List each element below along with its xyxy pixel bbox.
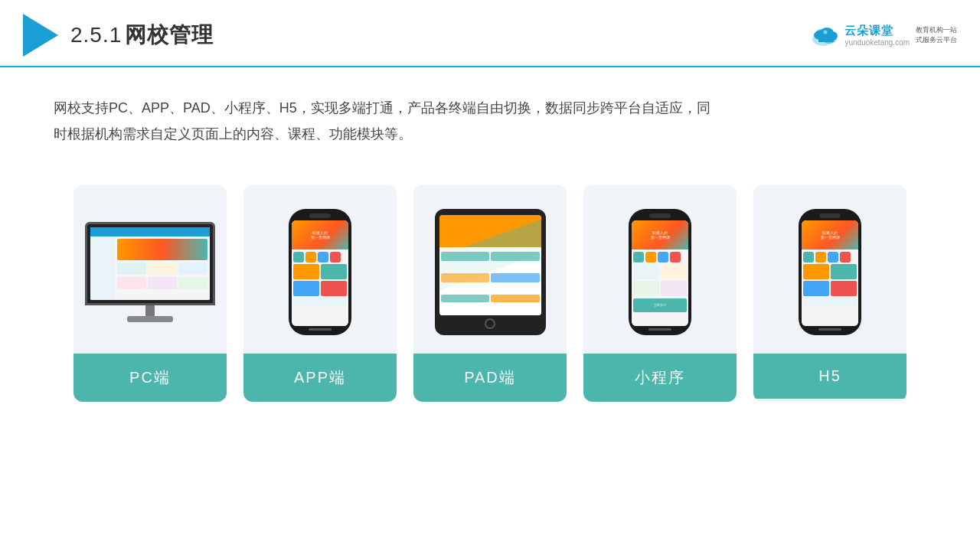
pc-card-5	[148, 277, 177, 289]
logo-url: yunduoketang.com	[844, 38, 910, 47]
phone-courses-mini	[633, 264, 687, 296]
play-icon	[23, 14, 58, 57]
tablet-cell-1	[441, 252, 490, 261]
cloud-icon	[809, 24, 841, 47]
mini-course-1	[633, 264, 659, 279]
phone-mini-mockup: 职通人的第一堂网课	[629, 209, 691, 335]
description-text: 网校支持PC、APP、PAD、小程序、H5，实现多端打通，产品各终端自由切换，数…	[0, 67, 766, 162]
pc-sidebar	[90, 236, 115, 300]
pc-card-1	[117, 262, 146, 275]
phone-notch-h5	[819, 214, 841, 218]
logo-tagline: 教育机构一站式服务云平台	[916, 25, 957, 44]
phone-screen-mini: 职通人的第一堂网课	[632, 220, 688, 326]
phone-visual-h5: 职通人的第一堂网课	[802, 220, 858, 326]
pc-card-4	[117, 277, 146, 289]
card-miniprogram-image: 职通人的第一堂网课	[583, 185, 737, 354]
phone-home-bar-h5	[818, 328, 841, 331]
card-pad: PAD端	[413, 185, 567, 402]
pc-card-3	[178, 262, 207, 275]
phone-courses-app	[293, 264, 347, 296]
tablet-cell-6	[491, 295, 540, 302]
phone-notch-app	[309, 214, 331, 218]
phone-icon-2	[305, 252, 316, 262]
mini-icon-2	[645, 252, 656, 262]
card-app-image: 职通人的第一堂网课	[243, 185, 397, 354]
tablet-cell-4	[491, 273, 540, 282]
mini-cta: 立即学习	[633, 298, 687, 312]
monitor-base	[127, 316, 173, 322]
page-title: 2.5.1网校管理	[70, 21, 214, 50]
h5-icon-4	[840, 252, 851, 262]
h5-course-4	[831, 281, 857, 296]
tablet-outer	[435, 209, 546, 335]
tablet-screen	[439, 215, 541, 315]
course-4	[321, 281, 347, 296]
phone-home-bar-mini	[648, 328, 671, 331]
phone-home-bar-app	[309, 328, 332, 331]
phone-header-text-app: 职通人的第一堂网课	[311, 230, 330, 240]
phone-outer-app: 职通人的第一堂网课	[289, 209, 351, 335]
svg-rect-6	[818, 36, 834, 42]
tablet-cell-2	[491, 252, 540, 261]
phone-body-mini: 立即学习	[632, 249, 688, 315]
course-2	[321, 264, 347, 279]
h5-icon-2	[815, 252, 826, 262]
phone-icons-h5	[803, 252, 857, 262]
section-title-text: 网校管理	[125, 23, 214, 47]
mini-course-3	[633, 281, 659, 296]
description-paragraph: 网校支持PC、APP、PAD、小程序、H5，实现多端打通，产品各终端自由切换，数…	[54, 95, 712, 147]
tablet-grid	[439, 250, 541, 315]
card-miniprogram-label: 小程序	[583, 354, 737, 402]
card-app-label: APP端	[243, 354, 397, 402]
phone-outer-mini: 职通人的第一堂网课	[629, 209, 691, 335]
tablet-cell-3	[441, 273, 490, 282]
phone-header-text-mini: 职通人的第一堂网课	[651, 230, 670, 240]
pc-cards-row	[117, 262, 207, 275]
pc-cards-row2	[117, 277, 207, 289]
phone-screen-app: 职通人的第一堂网课	[292, 220, 348, 326]
pc-card-6	[178, 277, 207, 289]
logo-area: 云朵课堂 yunduoketang.com 教育机构一站式服务云平台	[809, 24, 957, 47]
logo-text-group: 云朵课堂 yunduoketang.com	[844, 24, 910, 47]
svg-point-7	[824, 31, 828, 34]
h5-course-3	[803, 281, 829, 296]
mini-course-4	[661, 281, 687, 296]
phone-h5-mockup: 职通人的第一堂网课	[799, 209, 861, 335]
card-pad-image	[413, 185, 567, 354]
h5-icon-1	[803, 252, 814, 262]
tablet-mockup	[435, 209, 546, 335]
card-h5-image: 职通人的第一堂网课	[753, 185, 906, 354]
phone-screen-h5: 职通人的第一堂网课	[802, 220, 858, 326]
card-pc-image	[74, 185, 227, 354]
phone-app-mockup: 职通人的第一堂网课	[289, 209, 351, 335]
card-h5: 职通人的第一堂网课	[753, 185, 906, 402]
phone-icon-3	[318, 252, 328, 262]
card-h5-label: H5	[753, 354, 906, 399]
h5-course-1	[803, 264, 829, 279]
mini-icon-1	[633, 252, 644, 262]
mini-icon-4	[670, 252, 681, 262]
phone-body-h5	[802, 249, 858, 309]
card-pc: PC端	[74, 185, 227, 402]
logo-icon: 云朵课堂 yunduoketang.com 教育机构一站式服务云平台	[809, 24, 957, 47]
phone-visual-app: 职通人的第一堂网课	[292, 220, 348, 326]
h5-bottom-bar	[803, 298, 857, 307]
phone-courses-h5	[803, 264, 857, 296]
section-number: 2.5.1	[70, 23, 122, 47]
cards-container: PC端 职通人的第一堂网课	[0, 170, 980, 417]
course-3	[293, 281, 319, 296]
mini-course-2	[661, 264, 687, 279]
course-1	[293, 264, 319, 279]
phone-bottom-bar	[293, 298, 347, 307]
pc-banner	[117, 239, 207, 260]
card-pc-label: PC端	[74, 354, 227, 402]
tablet-cell-5	[441, 295, 490, 302]
phone-notch-mini	[649, 214, 671, 218]
pc-content	[115, 236, 210, 300]
phone-icon-4	[330, 252, 341, 262]
page-header: 2.5.1网校管理 云朵课堂 yunduoketang.com 教育机构一站式服…	[0, 0, 980, 67]
card-pad-label: PAD端	[413, 354, 567, 402]
phone-icons-app	[293, 252, 347, 262]
phone-body-app	[292, 249, 348, 309]
phone-header-text-h5: 职通人的第一堂网课	[821, 230, 840, 240]
